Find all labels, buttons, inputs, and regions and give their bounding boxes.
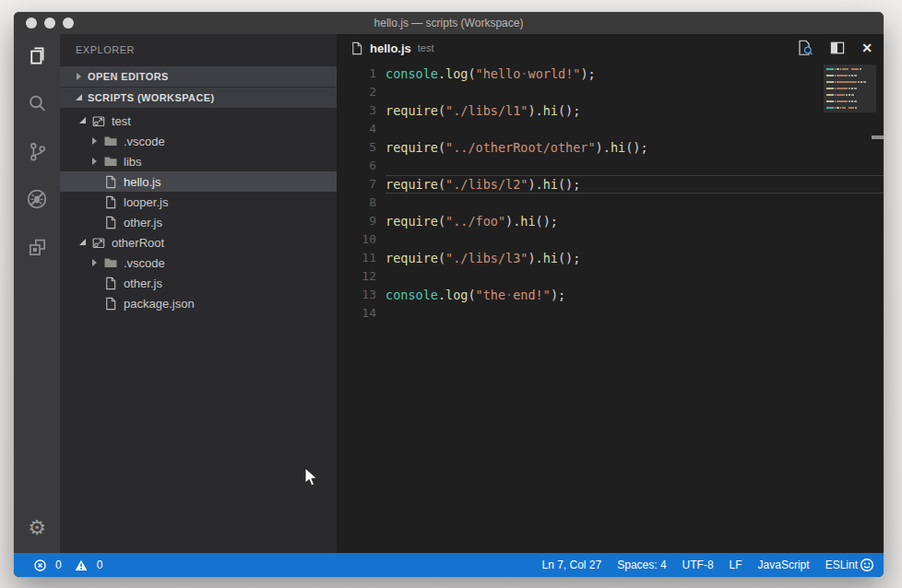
code-line-13[interactable]: 13console.log("the·end!"); bbox=[337, 286, 884, 304]
tab-bar: hello.js test bbox=[337, 34, 884, 62]
code-line-9[interactable]: 9require("../foo").hi(); bbox=[337, 212, 884, 230]
section-open-editors[interactable]: OPEN EDITORS bbox=[60, 66, 337, 87]
activity-search[interactable] bbox=[25, 91, 49, 115]
status-bar: 0 0 Ln 7, Col 27Spaces: 4UTF-8LFJavaScri… bbox=[14, 553, 884, 577]
gear-icon: ⚙ bbox=[28, 518, 46, 538]
activity-bar: ⚙ bbox=[14, 34, 60, 553]
zoom-traffic-light[interactable] bbox=[63, 18, 74, 29]
tree-item-test[interactable]: test bbox=[60, 111, 337, 131]
line-number: 11 bbox=[337, 249, 376, 267]
split-editor-button[interactable] bbox=[829, 40, 846, 56]
chevron-down-icon bbox=[75, 93, 84, 102]
find-in-file-button[interactable] bbox=[795, 39, 813, 57]
section-scripts-workspace[interactable]: SCRIPTS (WORKSPACE) bbox=[60, 88, 337, 108]
code-line-2[interactable]: 2 bbox=[337, 83, 884, 101]
activity-debug[interactable] bbox=[25, 187, 49, 211]
folder-icon bbox=[103, 154, 118, 169]
line-number: 3 bbox=[337, 101, 376, 120]
find-in-file-icon bbox=[795, 39, 813, 57]
warning-count: 0 bbox=[97, 559, 103, 571]
tab-hello-js[interactable]: hello.js test bbox=[350, 41, 434, 55]
desktop: hello.js — scripts (Workspace) bbox=[0, 0, 902, 588]
code-line-4[interactable]: 4 bbox=[337, 120, 884, 138]
status-language-mode[interactable]: JavaScript bbox=[758, 559, 810, 571]
line-number: 9 bbox=[337, 212, 376, 230]
root-folder-icon bbox=[91, 235, 106, 250]
file-tree: test.vscodelibshello.jslooper.jsother.js… bbox=[60, 111, 337, 313]
activity-extensions[interactable] bbox=[25, 235, 49, 259]
errors-icon bbox=[34, 559, 46, 571]
close-editor-button[interactable]: ✕ bbox=[861, 41, 872, 54]
tree-item--vscode[interactable]: .vscode bbox=[60, 253, 337, 273]
debug-icon bbox=[25, 187, 49, 211]
tree-item-label: other.js bbox=[124, 276, 162, 290]
tree-item-label: hello.js bbox=[124, 175, 160, 189]
root-folder-icon bbox=[91, 113, 106, 128]
status-eol[interactable]: LF bbox=[730, 559, 742, 571]
feedback-button[interactable] bbox=[860, 558, 874, 572]
twistie-icon bbox=[90, 157, 100, 166]
tree-item-label: libs bbox=[124, 155, 142, 169]
line-number: 12 bbox=[337, 267, 376, 286]
line-number: 1 bbox=[337, 65, 376, 83]
tree-item-label: looper.js bbox=[124, 195, 168, 209]
code-line-10[interactable]: 10 bbox=[337, 230, 884, 249]
mouse-cursor bbox=[304, 467, 319, 488]
tree-item-label: package.json bbox=[124, 297, 195, 311]
warnings-icon bbox=[75, 559, 88, 571]
tree-item-libs[interactable]: libs bbox=[60, 151, 337, 171]
minimap-lines bbox=[826, 68, 874, 113]
close-traffic-light[interactable] bbox=[26, 18, 37, 29]
tree-item-looper-js[interactable]: looper.js bbox=[60, 192, 337, 212]
extensions-icon bbox=[26, 236, 49, 259]
tree-item-other-js[interactable]: other.js bbox=[60, 273, 337, 293]
file-icon bbox=[103, 216, 117, 229]
split-editor-icon bbox=[829, 40, 846, 56]
activity-explorer[interactable] bbox=[25, 43, 49, 67]
problems-indicator[interactable]: 0 0 bbox=[34, 559, 110, 571]
section-label: OPEN EDITORS bbox=[88, 71, 169, 82]
source-control-icon bbox=[26, 140, 49, 163]
code-line-11[interactable]: 11require("./libs/l3").hi(); bbox=[337, 249, 884, 267]
tree-item-other-js[interactable]: other.js bbox=[60, 212, 337, 232]
twistie-icon bbox=[90, 278, 100, 288]
line-number: 2 bbox=[337, 83, 376, 101]
tree-item--vscode[interactable]: .vscode bbox=[60, 131, 337, 151]
tree-item-otherRoot[interactable]: otherRoot bbox=[60, 232, 337, 253]
code-line-7[interactable]: 7require("./libs/l2").hi(); bbox=[337, 175, 884, 194]
code-line-1[interactable]: 1console.log("hello·world!"); bbox=[337, 65, 884, 83]
code-area[interactable]: 1console.log("hello·world!");23require("… bbox=[337, 62, 884, 323]
editor-group: hello.js test bbox=[337, 34, 884, 553]
line-number: 4 bbox=[337, 120, 376, 138]
overview-ruler-cursor bbox=[872, 135, 884, 139]
tab-folder-badge: test bbox=[418, 42, 434, 53]
minimap[interactable] bbox=[824, 65, 876, 112]
error-count: 0 bbox=[55, 559, 62, 571]
status-eslint-status[interactable]: ESLint bbox=[825, 559, 858, 571]
code-line-3[interactable]: 3require("./libs/l1").hi(); bbox=[337, 101, 884, 120]
line-number: 6 bbox=[337, 157, 376, 175]
line-number: 8 bbox=[337, 194, 376, 212]
tab-file-name: hello.js bbox=[370, 41, 411, 55]
activity-settings[interactable]: ⚙ bbox=[25, 516, 49, 540]
minimize-traffic-light[interactable] bbox=[44, 18, 55, 29]
tree-item-package-json[interactable]: package.json bbox=[60, 293, 337, 313]
feedback-smiley-icon bbox=[860, 558, 874, 572]
status-encoding[interactable]: UTF-8 bbox=[682, 559, 714, 571]
sidebar-explorer: EXPLORER OPEN EDITORS SCRIPTS (WORKSPACE… bbox=[60, 34, 337, 553]
code-line-8[interactable]: 8 bbox=[337, 194, 884, 212]
code-line-14[interactable]: 14 bbox=[337, 304, 884, 323]
code-line-12[interactable]: 12 bbox=[337, 267, 884, 286]
code-line-6[interactable]: 6 bbox=[337, 157, 884, 175]
close-icon: ✕ bbox=[861, 41, 872, 54]
sidebar-title: EXPLORER bbox=[60, 34, 337, 66]
editor-body[interactable]: 1console.log("hello·world!");23require("… bbox=[337, 62, 884, 553]
title-bar[interactable]: hello.js — scripts (Workspace) bbox=[14, 12, 884, 34]
code-line-5[interactable]: 5require("../otherRoot/other").hi(); bbox=[337, 138, 884, 157]
tree-item-hello-js[interactable]: hello.js bbox=[60, 171, 337, 192]
status-cursor-position[interactable]: Ln 7, Col 27 bbox=[542, 559, 602, 571]
file-icon bbox=[350, 41, 363, 55]
status-indentation[interactable]: Spaces: 4 bbox=[617, 559, 666, 571]
line-number: 10 bbox=[337, 230, 376, 249]
activity-source-control[interactable] bbox=[25, 139, 49, 163]
